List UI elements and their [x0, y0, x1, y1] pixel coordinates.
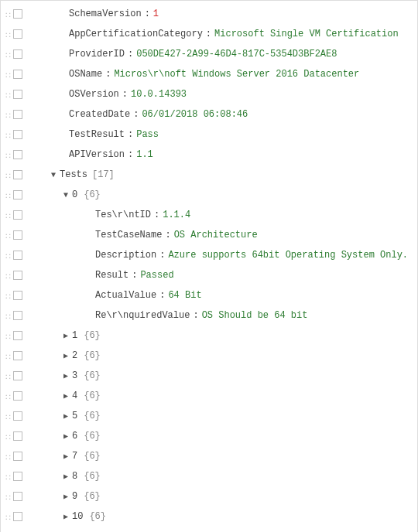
- row-checkbox[interactable]: [13, 331, 22, 340]
- collapse-icon[interactable]: ▼: [49, 171, 58, 179]
- drag-handle[interactable]: ....: [4, 393, 12, 399]
- drag-handle[interactable]: ....: [4, 513, 12, 520]
- array-index: 6: [72, 431, 77, 442]
- tree-row: ....▶TestCaseName:OS Architecture: [4, 225, 414, 245]
- drag-handle[interactable]: ....: [4, 212, 12, 218]
- expand-icon[interactable]: ▶: [61, 351, 70, 360]
- row-checkbox[interactable]: [13, 411, 22, 421]
- expand-icon[interactable]: ▶: [61, 391, 70, 401]
- row-checkbox[interactable]: [13, 271, 22, 280]
- tree-row: ....▶Result:Passed: [4, 265, 414, 285]
- object-count: {6}: [84, 451, 101, 462]
- expand-icon[interactable]: ▶: [61, 512, 70, 521]
- property-key: OSName: [69, 69, 102, 80]
- drag-handle[interactable]: ....: [4, 11, 12, 17]
- drag-handle[interactable]: ....: [4, 152, 12, 158]
- tree-row: ....▶7{6}: [4, 446, 414, 466]
- row-checkbox[interactable]: [13, 391, 22, 401]
- object-count: {6}: [84, 330, 101, 341]
- row-checkbox[interactable]: [13, 170, 22, 179]
- drag-handle[interactable]: ....: [4, 292, 12, 298]
- row-checkbox[interactable]: [13, 492, 22, 501]
- row-checkbox[interactable]: [13, 90, 22, 99]
- drag-handle[interactable]: ....: [4, 111, 12, 118]
- row-checkbox[interactable]: [13, 190, 22, 200]
- row-checkbox[interactable]: [13, 9, 22, 19]
- drag-handle[interactable]: ....: [4, 453, 12, 459]
- drag-handle[interactable]: ....: [4, 493, 12, 500]
- property-key: CreatedDate: [69, 109, 130, 120]
- drag-handle[interactable]: ....: [4, 91, 12, 97]
- tree-row: ....▶CreatedDate:06/01/2018 06:08:46: [4, 104, 414, 124]
- object-count: {6}: [84, 411, 101, 421]
- tree-row: ....▶1{6}: [4, 326, 414, 346]
- object-count: {6}: [89, 511, 106, 522]
- collapse-icon[interactable]: ▼: [61, 191, 70, 200]
- drag-handle[interactable]: ....: [4, 172, 12, 178]
- row-checkbox[interactable]: [13, 291, 22, 300]
- drag-handle[interactable]: ....: [4, 192, 12, 198]
- row-checkbox[interactable]: [13, 351, 22, 360]
- tree-row: ....▶Description:Azure supports 64bit Op…: [4, 245, 414, 265]
- array-index: 4: [72, 390, 77, 401]
- tree-row: ....▼0{6}: [4, 185, 414, 205]
- expand-icon[interactable]: ▶: [61, 452, 70, 461]
- expand-icon[interactable]: ▶: [61, 411, 70, 421]
- expand-icon[interactable]: ▶: [61, 331, 70, 340]
- tree-row: ....▶TestResult:Pass: [4, 124, 414, 145]
- expand-icon[interactable]: ▶: [61, 371, 70, 380]
- row-checkbox[interactable]: [13, 150, 22, 159]
- drag-handle[interactable]: ....: [4, 51, 12, 57]
- row-checkbox[interactable]: [13, 472, 22, 481]
- row-checkbox[interactable]: [13, 251, 22, 260]
- object-count: {6}: [84, 431, 101, 442]
- property-key: ActualValue: [95, 290, 156, 301]
- tree-row: ....▶6{6}: [4, 426, 414, 446]
- tree-row: ....▶4{6}: [4, 386, 414, 406]
- row-checkbox[interactable]: [13, 49, 22, 59]
- row-checkbox[interactable]: [13, 311, 22, 320]
- array-index: 7: [72, 451, 77, 462]
- property-key: Result: [95, 270, 128, 281]
- drag-handle[interactable]: ....: [4, 413, 12, 419]
- row-checkbox[interactable]: [13, 431, 22, 441]
- drag-handle[interactable]: ....: [4, 31, 12, 37]
- row-checkbox[interactable]: [13, 70, 22, 79]
- row-checkbox[interactable]: [13, 371, 22, 380]
- tree-row: ....▶Tes\r\ntID:1.1.4: [4, 205, 414, 225]
- array-index: 5: [72, 411, 77, 421]
- array-index: 1: [72, 330, 77, 341]
- expand-icon[interactable]: ▶: [61, 472, 70, 481]
- property-value: Azure supports 64bit Operating System On…: [168, 250, 408, 261]
- tree-row: ....▶8{6}: [4, 466, 414, 486]
- drag-handle[interactable]: ....: [4, 312, 12, 319]
- drag-handle[interactable]: ....: [4, 272, 12, 278]
- row-checkbox[interactable]: [13, 230, 22, 240]
- row-checkbox[interactable]: [13, 512, 22, 521]
- object-count: {6}: [84, 189, 101, 200]
- expand-icon[interactable]: ▶: [61, 492, 70, 501]
- drag-handle[interactable]: ....: [4, 232, 12, 238]
- row-checkbox[interactable]: [13, 29, 22, 39]
- row-checkbox[interactable]: [13, 110, 22, 119]
- expand-icon[interactable]: ▶: [61, 431, 70, 441]
- row-checkbox[interactable]: [13, 210, 22, 220]
- drag-handle[interactable]: ....: [4, 252, 12, 258]
- property-value: Micros\r\noft Windows Server 2016 Datace…: [114, 69, 359, 80]
- row-checkbox[interactable]: [13, 452, 22, 461]
- property-key: OSVersion: [69, 89, 119, 100]
- row-checkbox[interactable]: [13, 130, 22, 139]
- drag-handle[interactable]: ....: [4, 131, 12, 138]
- drag-handle[interactable]: ....: [4, 373, 12, 379]
- tree-row: ....▼Tests[17]: [4, 165, 414, 185]
- property-value: Pass: [136, 129, 159, 140]
- drag-handle[interactable]: ....: [4, 353, 12, 359]
- json-tree: ....▶SchemaVersion:1....▶AppCertificatio…: [4, 4, 414, 532]
- drag-handle[interactable]: ....: [4, 473, 12, 479]
- property-key: AppCertificationCategory: [69, 29, 203, 39]
- drag-handle[interactable]: ....: [4, 71, 12, 77]
- object-count: {6}: [84, 370, 101, 381]
- drag-handle[interactable]: ....: [4, 332, 12, 339]
- property-value: 1: [153, 9, 159, 19]
- drag-handle[interactable]: ....: [4, 433, 12, 439]
